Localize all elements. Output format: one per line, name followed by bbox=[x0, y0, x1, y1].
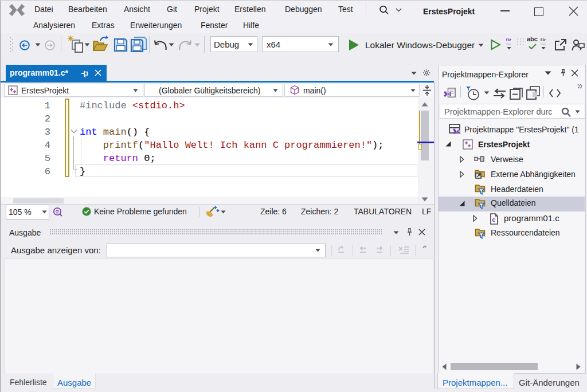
svg-text:c: c bbox=[492, 216, 495, 223]
